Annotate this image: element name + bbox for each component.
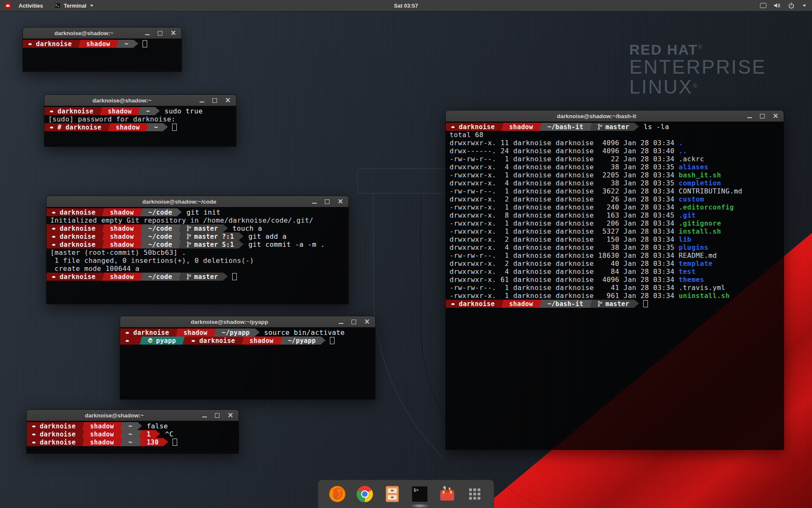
segment-separator [138, 337, 143, 345]
terminal-content[interactable]: darknoiseshadow~/bash-itmasterls -latota… [446, 121, 784, 450]
ls-row-meta: drwxrwxr-x. 11 darknoise darknoise 4096 … [450, 139, 679, 147]
titlebar[interactable]: darknoise@shadow:~/pyapp × [120, 316, 375, 328]
powerline-segment: master [593, 300, 634, 308]
terminal-content[interactable]: darknoiseshadow~/codegit initInitialized… [47, 207, 348, 304]
watermark-line2: ENTERPRISE [629, 57, 766, 77]
terminal-window-pyapp[interactable]: darknoise@shadow:~/pyapp × darknoiseshad… [120, 316, 376, 400]
segment-separator [139, 208, 144, 216]
segment-separator [101, 240, 106, 248]
prompt-line: darknoiseshadow~/codemaster S:1git commi… [47, 240, 348, 248]
dock-item-firefox[interactable] [328, 484, 347, 504]
dock-item-app-grid[interactable] [465, 484, 485, 504]
distro-logo-icon[interactable] [4, 2, 11, 9]
powerline-segment: shadow [86, 422, 119, 430]
titlebar[interactable]: darknoise@shadow:~ × [44, 95, 236, 106]
close-button[interactable]: × [225, 97, 231, 104]
prompt-arrow [223, 273, 228, 280]
volume-icon[interactable] [774, 2, 781, 9]
ls-row: drwxrwxr-x. 2 darknoise darknoise 26 Jan… [446, 195, 784, 203]
chevron-down-icon[interactable] [803, 5, 806, 7]
ls-filename: bash_it.sh [679, 171, 721, 179]
redhat-icon [51, 226, 57, 232]
segment-separator [77, 40, 82, 48]
titlebar[interactable]: darknoise@shadow:~/bash-it × [446, 110, 784, 122]
powerline-segment: shadow [106, 240, 139, 248]
dock-item-toolbox[interactable] [438, 484, 457, 504]
powerline-segment: ~/code [144, 232, 177, 240]
minimize-button[interactable] [145, 34, 150, 35]
close-button[interactable]: × [773, 112, 779, 119]
terminal-output-line: 1 file changed, 0 insertions(+), 0 delet… [47, 257, 348, 265]
clock[interactable]: Sat 03:57 [394, 3, 418, 9]
segment-separator [538, 123, 543, 131]
segment-separator [212, 329, 217, 337]
ls-filename: .git [679, 211, 696, 219]
powerline-segment: darknoise [44, 107, 99, 115]
minimize-button[interactable] [339, 323, 343, 324]
powerline-segment: darknoise [47, 208, 101, 216]
prompt-line: # darknoiseshadow~ [44, 123, 236, 131]
dock-item-terminal[interactable]: $> [410, 484, 430, 504]
close-button[interactable]: × [364, 318, 370, 325]
prompt-line: darknoiseshadow~/bash-itmaster [446, 300, 784, 308]
redhat-icon [190, 338, 196, 344]
terminal-content[interactable]: darknoiseshadow~falsedarknoiseshadow~1^C… [27, 421, 239, 453]
ls-row-meta: -rw-rw-r--. 1 darknoise darknoise 3622 J… [450, 187, 679, 195]
minimize-button[interactable] [312, 203, 317, 204]
prompt-line: darknoiseshadow~130 [27, 438, 239, 446]
terminal-window-bash-it[interactable]: darknoise@shadow:~/bash-it × darknoisesh… [445, 110, 784, 450]
maximize-button[interactable] [760, 114, 765, 119]
terminal-content[interactable]: darknoiseshadow~sudo true[sudo] password… [44, 106, 236, 146]
command-text: sudo true [165, 107, 203, 115]
terminal-cursor [172, 124, 177, 131]
activities-button[interactable]: Activities [15, 0, 47, 11]
terminal-mini-icon [54, 3, 61, 8]
ls-filename: . [679, 139, 683, 147]
titlebar[interactable]: darknoise@shadow:~/code × [47, 196, 348, 207]
terminal-window-sudo[interactable]: darknoise@shadow:~ × darknoiseshadow~sud… [44, 94, 236, 147]
close-button[interactable]: × [170, 29, 176, 36]
terminal-window-code[interactable]: darknoise@shadow:~/code × darknoiseshado… [46, 196, 349, 304]
minimize-button[interactable] [202, 417, 207, 417]
terminal-content[interactable]: darknoiseshadow~ [23, 39, 181, 72]
svg-text:$>: $> [414, 488, 419, 492]
segment-separator [177, 224, 182, 232]
maximize-button[interactable] [215, 413, 219, 418]
maximize-button[interactable] [158, 31, 162, 36]
minimize-button[interactable] [200, 102, 204, 102]
ls-row: -rwxrwxr-x. 1 darknoise darknoise 240 Ja… [446, 203, 784, 211]
ls-row-meta: drwxrwxr-x. 2 darknoise darknoise 26 Jan… [450, 195, 679, 203]
terminal-window-home-1[interactable]: darknoise@shadow:~ × darknoiseshadow~ [22, 27, 182, 72]
prompt-line: darknoiseshadow~ [23, 40, 181, 48]
titlebar[interactable]: darknoise@shadow:~ × [27, 410, 239, 421]
prompt-arrow [177, 208, 182, 216]
maximize-button[interactable] [351, 320, 356, 324]
segment-separator [139, 240, 144, 248]
ls-filename: CONTRIBUTING.md [679, 187, 743, 195]
segment-separator [145, 123, 150, 131]
power-icon[interactable] [788, 2, 795, 9]
minimize-button[interactable] [747, 117, 752, 118]
close-button[interactable]: × [337, 198, 343, 205]
dock-item-chrome[interactable] [355, 484, 375, 504]
prompt-line: darknoiseshadow~/bash-itmasterls -la [446, 123, 784, 131]
python-icon [148, 338, 153, 343]
terminal-cursor [173, 439, 177, 446]
powerline-segment: pyapp [143, 337, 181, 345]
powerline-segment: master [182, 273, 223, 281]
prompt-arrow [223, 224, 228, 232]
terminal-window-home-2[interactable]: darknoise@shadow:~ × darknoiseshadow~fal… [26, 409, 239, 454]
segment-separator [500, 300, 505, 308]
display-status-icon[interactable] [760, 3, 766, 8]
registered-mark: ® [698, 44, 702, 50]
terminal-content[interactable]: darknoiseshadow~/pyappsource bin/activat… [120, 327, 375, 399]
app-menu-terminal[interactable]: Terminal [50, 0, 97, 11]
titlebar[interactable]: darknoise@shadow:~ × [23, 28, 181, 39]
maximize-button[interactable] [212, 98, 217, 103]
dock-item-files[interactable] [383, 484, 402, 504]
segment-separator [81, 430, 86, 438]
ls-row-meta: -rwxrwxr-x. 1 darknoise darknoise 2205 J… [450, 171, 679, 179]
ls-filename: .travis.yml [679, 284, 725, 292]
maximize-button[interactable] [325, 199, 329, 204]
close-button[interactable]: × [228, 411, 233, 419]
